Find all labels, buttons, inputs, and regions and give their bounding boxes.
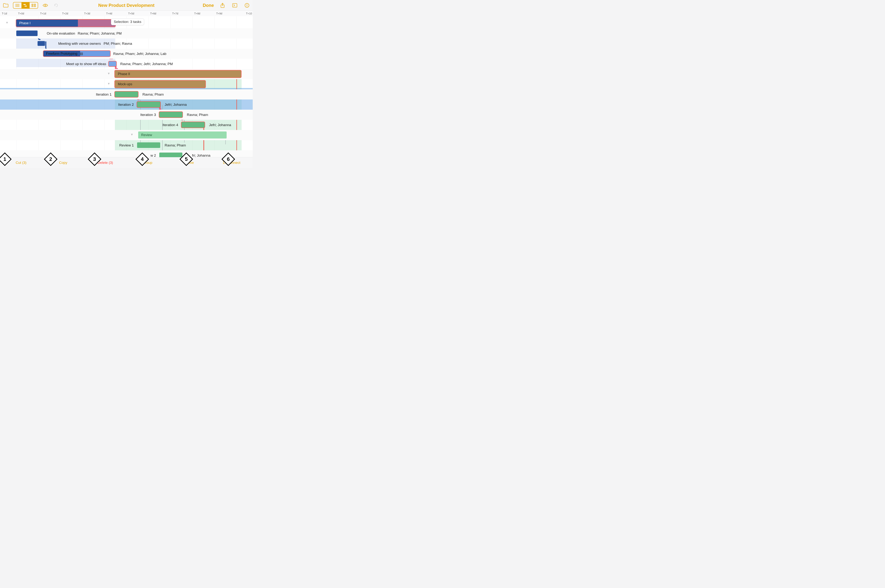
undo-icon [53, 2, 60, 9]
gantt-row[interactable]: On-site evaluationRavna; Pham; Johanna; … [0, 28, 253, 39]
resource-label: Ravna; Pham; Johanna; PM [78, 28, 122, 39]
share-icon[interactable] [219, 2, 226, 9]
gantt-canvas[interactable]: Phase IOn-site evaluationRavna; Pham; Jo… [0, 16, 253, 157]
summary-bar[interactable]: Mock-ups [115, 81, 205, 88]
resource-label: Ravna; Pham; Jefri; Johanna; Lab [113, 49, 166, 59]
task-name-label: On-site evaluation [1, 28, 75, 39]
resource-label: Ravna; Pham; Jefri; Johanna; PM [120, 59, 173, 69]
top-toolbar: New Product Development Done [0, 0, 253, 11]
summary-bar[interactable]: Phase I [16, 20, 115, 27]
done-button[interactable]: Done [203, 3, 214, 8]
timescale-tick: T+9d [215, 11, 236, 16]
task-bar[interactable] [137, 142, 160, 148]
resource-label: Ravna; Pham [165, 140, 186, 150]
task-name-label: Iteration 4 [104, 120, 178, 130]
task-bar[interactable] [109, 62, 116, 66]
svg-rect-4 [25, 6, 27, 6]
documents-icon[interactable] [2, 2, 9, 9]
summary-bar[interactable]: Review [138, 132, 227, 138]
view-mode-segmented[interactable] [13, 2, 38, 9]
info-icon[interactable] [243, 2, 251, 9]
action-disconnect[interactable]: 6 Disconnect [210, 160, 253, 165]
note-icon: ▤ [80, 52, 83, 56]
gantt-row[interactable]: Iteration 1Ravna; Pham [0, 89, 253, 99]
eye-icon[interactable] [42, 2, 49, 9]
gantt-row[interactable]: Meeting with venue ownersPM; Pham; Ravna [0, 39, 253, 49]
view-outline-icon[interactable] [14, 2, 21, 8]
resource-label: Jefri; Johanna [209, 120, 231, 130]
view-gantt-icon[interactable] [21, 2, 30, 8]
gantt-row[interactable]: Mock-ups [0, 79, 253, 89]
task-bar[interactable] [115, 92, 138, 97]
timescale-tick: T+4d [104, 11, 126, 16]
resource-label: fri; Johanna [192, 150, 210, 157]
task-bar[interactable] [159, 112, 182, 117]
resource-label: PM; Pham; Ravna [104, 39, 132, 49]
action-group[interactable]: 4 Group [126, 160, 168, 165]
gantt-row[interactable]: Phase II [0, 69, 253, 79]
svg-point-9 [45, 4, 46, 6]
resource-label: Jefri; Johanna [165, 99, 187, 110]
disclosure-phase1[interactable]: ▼ [5, 20, 9, 25]
timescale-tick: T+2d [60, 11, 82, 16]
gantt-row[interactable]: w 2fri; Johanna [0, 150, 253, 157]
selection-tooltip: Selection: 3 tasks [111, 18, 144, 25]
task-name-label: Review 1 [60, 140, 134, 150]
task-bar[interactable] [159, 153, 182, 157]
gantt-row[interactable]: Iteration 4Jefri; Johanna [0, 120, 253, 130]
task-bar[interactable] [182, 122, 204, 128]
action-delete-label: Delete (3) [98, 160, 113, 165]
resource-label: Ravna; Pham [187, 110, 208, 120]
timescale: T-1d T+0d T+1d T+2d T+3d T+4d T+5d T+6d … [0, 11, 253, 16]
action-cut[interactable]: 1 Cut (3) [0, 160, 42, 165]
action-copy-label: Copy [59, 160, 67, 165]
timescale-tick: T+3d [82, 11, 104, 16]
timescale-tick: T+10 [236, 11, 253, 16]
task-name-label: Iteration 2 [60, 99, 134, 110]
inspector-icon[interactable] [231, 2, 238, 9]
task-name-label: Iteration 3 [82, 110, 156, 120]
action-delete[interactable]: 3 Delete (3) [84, 160, 126, 165]
task-bar[interactable] [137, 102, 160, 107]
svg-rect-6 [34, 4, 36, 5]
resource-label: Ravna; Pham [143, 89, 164, 99]
gantt-row[interactable]: Iteration 2Jefri; Johanna [0, 99, 253, 110]
timescale-tick: T+7d [170, 11, 192, 16]
summary-bar[interactable]: Phase II [115, 70, 241, 78]
svg-rect-8 [34, 6, 36, 7]
task-bar[interactable]: Freeform Prototyping▤ [44, 51, 110, 56]
gantt-row[interactable]: Freeform Prototyping▤Ravna; Pham; Jefri;… [0, 49, 253, 59]
timescale-tick: T-1d [0, 11, 16, 16]
gantt-row[interactable]: Iteration 3Ravna; Pham [0, 110, 253, 120]
action-bar: 1 Cut (3) 2 Copy 3 Delete (3) 4 Group 5 … [0, 157, 253, 168]
svg-rect-3 [24, 4, 26, 5]
timescale-tick: T+8d [192, 11, 215, 16]
view-network-icon[interactable] [30, 2, 38, 8]
disclosure-review[interactable]: ▼ [129, 132, 134, 137]
task-name-label: Meeting with venue owners [27, 39, 101, 49]
gantt-row[interactable]: Meet up to show off ideasRavna; Pham; Je… [0, 59, 253, 69]
timescale-tick: T+5d [126, 11, 148, 16]
action-cut-label: Cut (3) [16, 160, 27, 165]
timescale-tick: T+0d [16, 11, 38, 16]
svg-point-14 [247, 4, 247, 4]
svg-rect-7 [32, 6, 33, 7]
action-copy[interactable]: 2 Copy [42, 160, 84, 165]
action-move[interactable]: 5 Move [168, 160, 211, 165]
disclosure-mockups[interactable]: ▼ [107, 81, 111, 86]
svg-rect-5 [32, 4, 33, 5]
timescale-tick: T+6d [148, 11, 170, 16]
gantt-row[interactable]: Review 1Ravna; Pham [0, 140, 253, 150]
disclosure-phase2[interactable]: ▼ [107, 71, 111, 76]
task-name-label: Meet up to show off ideas [32, 59, 106, 69]
task-name-label: Iteration 1 [38, 89, 111, 99]
gantt-row[interactable]: Review [0, 130, 253, 140]
timescale-tick: T+1d [38, 11, 60, 16]
